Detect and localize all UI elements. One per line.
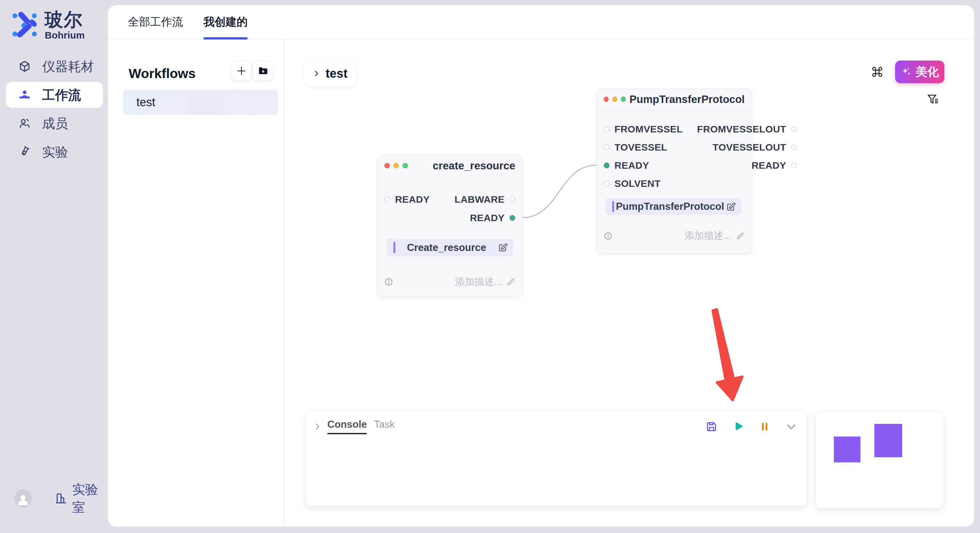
node-label-box[interactable]: Create_resource xyxy=(387,239,513,257)
sidebar-item-label: 仪器耗材 xyxy=(42,58,94,75)
output-port-ready[interactable] xyxy=(509,215,515,221)
save-icon[interactable] xyxy=(705,420,718,433)
minimap[interactable] xyxy=(815,411,944,509)
port-label: SOLVENT xyxy=(614,178,660,189)
pause-icon[interactable] xyxy=(759,420,771,433)
tab-all-workflows[interactable]: 全部工作流 xyxy=(128,5,183,39)
port-label: READY xyxy=(751,160,786,171)
description-placeholder: 添加描述... xyxy=(455,275,502,289)
add-workflow-button[interactable] xyxy=(232,62,251,80)
port-label: FROMVESSELOUT xyxy=(697,124,786,135)
output-port-tovesselout[interactable] xyxy=(791,144,797,150)
sidebar-footer: 实验室 xyxy=(14,481,108,516)
node-pump-transfer-protocol[interactable]: PumpTransferProtocol FROMVESSEL TOVESSEL… xyxy=(596,89,752,254)
main-panel: 全部工作流 我创建的 Workflows test xyxy=(108,5,974,527)
port-label: TOVESSELOUT xyxy=(713,142,786,153)
brand-subtitle: Bohrium xyxy=(45,30,84,41)
port-row: READY xyxy=(377,190,437,209)
input-port-solvent[interactable] xyxy=(604,181,609,187)
breadcrumb-label: test xyxy=(326,67,348,81)
port-row: SOLVENT xyxy=(597,174,690,193)
description-editor[interactable]: 添加描述... xyxy=(455,275,515,289)
output-ports: FROMVESSELOUT TOVESSELOUT READY xyxy=(690,120,804,193)
pencil-icon xyxy=(736,232,745,241)
sidebar-item-members[interactable]: 成员 xyxy=(6,110,103,136)
port-label: READY xyxy=(470,213,504,224)
input-port-tovessel[interactable] xyxy=(604,144,609,150)
minimap-node-create-resource xyxy=(834,436,861,462)
sidebar-item-experiments[interactable]: 实验 xyxy=(6,139,103,165)
output-port-labware[interactable] xyxy=(509,197,515,202)
input-ports: FROMVESSEL TOVESSEL READY SOLVENT xyxy=(597,120,690,193)
beautify-label: 美化 xyxy=(916,64,939,80)
description-editor[interactable]: 添加描述... xyxy=(684,229,745,243)
brand-text: 玻尔 Bohrium xyxy=(45,10,84,41)
package-icon xyxy=(18,60,31,73)
node-header: create_resource xyxy=(377,155,522,177)
edit-icon[interactable] xyxy=(726,202,736,212)
workflow-panel-title: Workflows xyxy=(129,66,196,81)
breadcrumb[interactable]: test xyxy=(304,60,356,86)
node-ports: READY LABWARE READY xyxy=(377,190,522,227)
collapse-chevron-down-icon[interactable] xyxy=(785,420,797,433)
port-label: READY xyxy=(614,160,649,171)
traffic-red-dot xyxy=(384,163,390,168)
traffic-yellow-dot xyxy=(393,163,399,168)
port-row: TOVESSELOUT xyxy=(690,138,804,156)
avatar[interactable] xyxy=(14,489,32,508)
port-row: LABWARE xyxy=(447,190,522,209)
node-label-box[interactable]: PumpTransferProtocol xyxy=(606,198,741,215)
tab-console[interactable]: Console xyxy=(327,419,367,434)
traffic-red-dot xyxy=(604,97,609,102)
port-row: READY xyxy=(447,209,522,227)
app-root: 玻尔 Bohrium 仪器耗材 工作流 xyxy=(0,0,980,533)
run-icon[interactable] xyxy=(732,420,744,433)
output-port-ready[interactable] xyxy=(791,163,797,168)
node-footer: 添加描述... xyxy=(384,275,515,289)
tab-label: 我创建的 xyxy=(204,14,248,30)
sparkles-icon xyxy=(900,66,912,78)
node-title: create_resource xyxy=(433,160,515,172)
tab-task[interactable]: Task xyxy=(374,419,395,434)
sidebar-item-workflow[interactable]: 工作流 xyxy=(6,82,103,108)
info-icon[interactable] xyxy=(604,232,612,240)
node-title: PumpTransferProtocol xyxy=(629,93,745,106)
brand-title: 玻尔 xyxy=(45,10,84,29)
user-icon xyxy=(16,492,30,507)
console-tabs: Console Task xyxy=(327,419,395,434)
lab-building-icon xyxy=(54,491,68,506)
input-port-fromvessel[interactable] xyxy=(604,126,609,132)
folder-download-icon xyxy=(258,65,269,76)
sidebar-item-label: 工作流 xyxy=(42,86,81,104)
port-label: LABWARE xyxy=(455,194,504,205)
info-icon[interactable] xyxy=(384,278,393,286)
sidebar: 玻尔 Bohrium 仪器耗材 工作流 xyxy=(0,0,108,533)
output-ports: LABWARE READY xyxy=(447,190,522,227)
node-create-resource[interactable]: create_resource READY LABWARE READY xyxy=(377,155,523,297)
edit-icon[interactable] xyxy=(498,243,508,252)
chevron-right-icon[interactable] xyxy=(313,422,322,431)
input-ports: READY xyxy=(377,190,437,227)
import-folder-button[interactable] xyxy=(253,62,273,80)
input-port-ready[interactable] xyxy=(384,197,390,202)
description-placeholder: 添加描述... xyxy=(684,229,732,243)
sidebar-item-label: 成员 xyxy=(42,115,68,132)
chevron-right-icon xyxy=(312,70,320,78)
traffic-green-dot xyxy=(621,97,626,102)
sidebar-item-instruments[interactable]: 仪器耗材 xyxy=(6,54,103,79)
tab-my-created[interactable]: 我创建的 xyxy=(204,5,248,39)
port-label: FROMVESSEL xyxy=(614,124,683,135)
beautify-button[interactable]: 美化 xyxy=(895,60,944,83)
workflow-list-item-test[interactable]: test xyxy=(123,90,278,115)
input-port-ready[interactable] xyxy=(604,163,609,168)
filter-button[interactable] xyxy=(926,93,940,107)
output-port-fromvesselout[interactable] xyxy=(791,126,797,132)
brand-logo[interactable]: 玻尔 Bohrium xyxy=(10,10,84,41)
command-palette-button[interactable] xyxy=(870,65,885,79)
port-row: TOVESSEL xyxy=(597,138,690,156)
workspace-label: 实验室 xyxy=(72,481,108,516)
command-icon xyxy=(870,65,884,79)
workspace-switcher[interactable]: 实验室 xyxy=(54,481,108,516)
port-label: READY xyxy=(395,194,430,205)
node-ports: FROMVESSEL TOVESSEL READY SOLVENT xyxy=(597,120,752,193)
